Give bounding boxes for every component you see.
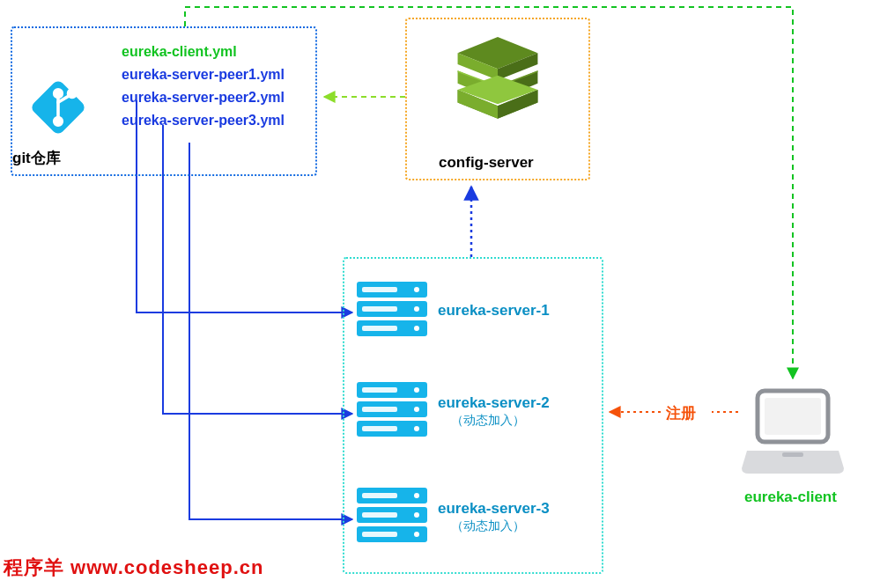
server-icon [357, 488, 427, 546]
svg-rect-30 [362, 387, 397, 393]
server-row: eureka-server-1 [357, 282, 550, 340]
svg-rect-40 [362, 512, 397, 518]
watermark: 程序羊 www.codesheep.cn [4, 555, 263, 581]
svg-rect-22 [362, 306, 397, 312]
git-file-list: eureka-client.yml eureka-server-peer1.ym… [122, 40, 285, 132]
svg-point-42 [414, 493, 419, 498]
svg-point-25 [414, 306, 419, 312]
server-row: eureka-server-2 （动态加入） [357, 382, 550, 440]
svg-rect-46 [765, 398, 821, 435]
eureka-client-label: eureka-client [744, 489, 837, 506]
laptop-icon [740, 386, 846, 482]
git-repo-label: git仓库 [12, 148, 61, 168]
server-sub: （动态加入） [427, 413, 550, 429]
svg-point-3 [55, 90, 63, 98]
git-file: eureka-server-peer1.yml [122, 63, 285, 86]
svg-point-5 [69, 90, 77, 98]
svg-rect-21 [362, 287, 397, 292]
svg-point-44 [414, 532, 419, 537]
svg-rect-32 [362, 426, 397, 431]
svg-point-24 [414, 287, 419, 292]
server-row: eureka-server-3 （动态加入） [357, 488, 550, 546]
svg-point-33 [414, 387, 419, 393]
svg-rect-31 [362, 407, 397, 412]
register-label: 注册 [666, 403, 696, 423]
svg-point-4 [55, 118, 63, 126]
git-file: eureka-server-peer2.yml [122, 86, 285, 109]
svg-rect-41 [362, 532, 397, 537]
server-label: eureka-server-3 [438, 499, 550, 518]
server-icon [357, 282, 427, 340]
svg-rect-23 [362, 326, 397, 331]
svg-point-35 [414, 426, 419, 431]
server-label: eureka-server-2 [438, 393, 550, 412]
git-file: eureka-server-peer3.yml [122, 109, 285, 132]
config-server-label: config-server [439, 154, 534, 172]
svg-rect-47 [782, 452, 803, 457]
config-server-icon [449, 37, 546, 125]
git-icon [26, 76, 90, 139]
svg-rect-39 [362, 493, 397, 498]
server-icon [357, 382, 427, 440]
git-file: eureka-client.yml [122, 40, 285, 63]
server-label: eureka-server-1 [438, 301, 550, 320]
svg-point-26 [414, 326, 419, 331]
server-sub: （动态加入） [427, 518, 550, 534]
svg-point-43 [414, 512, 419, 518]
svg-point-34 [414, 407, 419, 412]
